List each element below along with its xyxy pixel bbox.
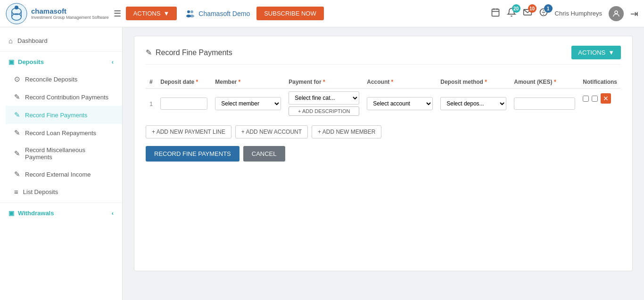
account-cell: Select account — [363, 89, 437, 119]
date-input[interactable] — [160, 97, 207, 110]
reconcile-icon: ⊙ — [14, 75, 20, 83]
layout: ⌂ Dashboard ▣ Deposits ‹ ⊙ Reconcile Dep… — [0, 27, 644, 300]
group-icon-area[interactable]: Chamasoft Demo — [184, 8, 250, 19]
svg-point-5 — [15, 6, 18, 9]
actions-card-button[interactable]: ACTIONS ▼ — [571, 46, 621, 59]
home-icon: ⌂ — [8, 37, 13, 45]
sidebar-item-record-fine[interactable]: ✎ Record Fine Payments — [6, 106, 122, 124]
deposit-method-cell: Select depos... — [437, 89, 510, 119]
external-icon: ✎ — [14, 170, 20, 178]
table-row: 1 Select member — [146, 89, 621, 119]
col-date: Deposit date * — [157, 76, 211, 89]
deposits-icon: ▣ — [8, 58, 14, 65]
logout-icon[interactable]: ⇥ — [630, 8, 638, 19]
misc-icon: ✎ — [14, 149, 20, 158]
svg-point-6 — [187, 10, 190, 13]
calendar-icon[interactable] — [491, 8, 500, 19]
col-num: # — [146, 76, 157, 89]
submit-row: RECORD FINE PAYMENTS CANCEL — [146, 146, 621, 162]
hamburger-icon[interactable]: ☰ — [114, 8, 121, 19]
record-fine-payments-button[interactable]: RECORD FINE PAYMENTS — [146, 146, 239, 162]
member-select[interactable]: Select member — [215, 97, 281, 110]
sidebar-item-dashboard[interactable]: ⌂ Dashboard — [0, 32, 122, 49]
date-cell — [157, 89, 211, 119]
sidebar-section-withdrawals[interactable]: ▣ Withdrawals ‹ — [0, 205, 122, 221]
cancel-button[interactable]: CANCEL — [243, 146, 285, 162]
payment-table: # Deposit date * Member * Payment for * … — [146, 76, 621, 119]
coin-icon[interactable]: 1 — [539, 8, 548, 19]
col-deposit-method: Deposit method * — [437, 76, 510, 89]
sidebar-deposits-submenu: ⊙ Reconcile Deposits ✎ Record Contributi… — [0, 70, 122, 201]
sidebar: ⌂ Dashboard ▣ Deposits ‹ ⊙ Reconcile Dep… — [0, 27, 123, 300]
actions-card-arrow: ▼ — [608, 49, 614, 56]
avatar[interactable] — [609, 6, 624, 21]
notification-checkbox-2[interactable] — [592, 96, 598, 102]
delete-row-button[interactable]: ✕ — [601, 93, 611, 104]
mail-icon[interactable]: 10 — [523, 8, 532, 19]
col-amount: Amount (KES) * — [510, 76, 579, 89]
svg-point-16 — [615, 11, 618, 14]
payment-select[interactable]: Select fine cat... — [289, 91, 359, 105]
reconcile-label: Reconcile Deposits — [25, 76, 77, 83]
sidebar-item-record-contribution[interactable]: ✎ Record Contribution Payments — [6, 88, 122, 106]
deposit-method-select[interactable]: Select depos... — [440, 97, 506, 110]
sidebar-item-reconcile-deposits[interactable]: ⊙ Reconcile Deposits — [6, 70, 122, 88]
col-member: Member * — [211, 76, 285, 89]
payment-cell: Select fine cat... + ADD DESCRIPTION — [285, 89, 363, 119]
svg-point-7 — [190, 10, 193, 13]
sidebar-item-record-loan[interactable]: ✎ Record Loan Repayments — [6, 124, 122, 142]
notification-checkbox-1[interactable] — [583, 96, 589, 102]
list-icon: ≡ — [14, 188, 18, 196]
loan-label: Record Loan Repayments — [25, 130, 96, 137]
bell-badge: 20 — [512, 4, 520, 13]
external-label: Record External Income — [25, 171, 91, 178]
actions-top-label: ACTIONS — [133, 10, 161, 17]
logo-text: chamasoft — [31, 7, 109, 15]
add-description-button[interactable]: + ADD DESCRIPTION — [289, 106, 359, 116]
subscribe-button[interactable]: SUBSCRIBE NOW — [256, 7, 324, 20]
amount-input[interactable] — [514, 97, 575, 110]
logo-area: chamasoft Investment Group Management So… — [6, 3, 109, 24]
svg-point-9 — [190, 15, 194, 17]
logo-subtext: Investment Group Management Software — [31, 15, 109, 20]
pencil-icon: ✎ — [146, 48, 152, 57]
bell-icon[interactable]: 20 — [507, 8, 516, 19]
group-icon — [184, 8, 196, 19]
col-payment: Payment for * — [285, 76, 363, 89]
actions-top-arrow: ▼ — [163, 10, 169, 17]
payment-select-row: Select fine cat... — [289, 91, 359, 105]
sidebar-section-deposits[interactable]: ▣ Deposits ‹ — [0, 54, 122, 70]
user-name: Chris Humphreys — [555, 10, 602, 17]
sidebar-item-record-external[interactable]: ✎ Record External Income — [6, 165, 122, 183]
add-member-button[interactable]: + ADD NEW MEMBER — [312, 125, 381, 138]
amount-cell — [510, 89, 579, 119]
contribution-label: Record Contribution Payments — [25, 94, 108, 101]
withdrawals-arrow: ‹ — [112, 210, 114, 217]
actions-top-button[interactable]: ACTIONS ▼ — [126, 7, 177, 20]
withdrawals-icon: ▣ — [8, 210, 14, 217]
member-cell: Select member — [211, 89, 285, 119]
add-payment-line-button[interactable]: + ADD NEW PAYMENT LINE — [146, 125, 231, 138]
col-account: Account * — [363, 76, 437, 89]
action-row: + ADD NEW PAYMENT LINE + ADD NEW ACCOUNT… — [146, 125, 621, 138]
chamasoft-logo — [6, 3, 27, 24]
add-account-button[interactable]: + ADD NEW ACCOUNT — [235, 125, 308, 138]
mail-badge: 10 — [528, 4, 537, 13]
sidebar-dashboard-label: Dashboard — [17, 37, 48, 44]
main-content: ✎ Record Fine Payments ACTIONS ▼ # Depos… — [123, 27, 644, 300]
account-select[interactable]: Select account — [367, 97, 433, 110]
list-label: List Deposits — [23, 188, 58, 195]
card-header: ✎ Record Fine Payments ACTIONS ▼ — [146, 46, 621, 65]
fine-icon: ✎ — [14, 111, 20, 119]
coin-badge: 1 — [544, 4, 553, 13]
actions-card-label: ACTIONS — [578, 49, 605, 56]
sidebar-item-record-misc[interactable]: ✎ Record Miscellaneous Payments — [6, 142, 122, 165]
top-navigation: chamasoft Investment Group Management So… — [0, 0, 644, 27]
sidebar-item-list-deposits[interactable]: ≡ List Deposits — [6, 183, 122, 201]
group-name: Chamasoft Demo — [198, 10, 250, 17]
notifications-cell: ✕ — [579, 89, 621, 106]
deposits-arrow: ‹ — [112, 58, 114, 65]
deposits-label: Deposits — [18, 58, 44, 65]
withdrawals-label: Withdrawals — [18, 210, 54, 217]
page-title: Record Fine Payments — [156, 49, 232, 57]
